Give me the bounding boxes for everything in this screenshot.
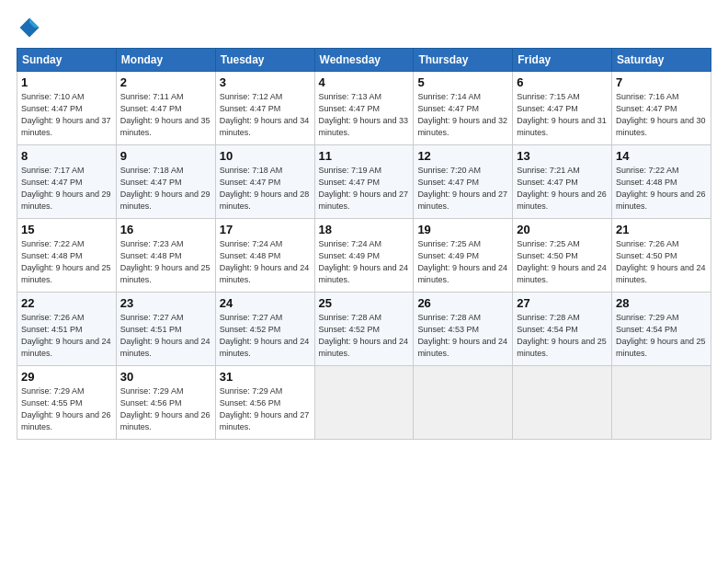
calendar-cell: 16 Sunrise: 7:23 AMSunset: 4:48 PMDaylig… xyxy=(116,219,215,293)
day-number: 22 xyxy=(21,296,112,310)
day-number: 14 xyxy=(616,149,707,163)
calendar-body: 1 Sunrise: 7:10 AMSunset: 4:47 PMDayligh… xyxy=(17,72,711,440)
calendar-week-2: 8 Sunrise: 7:17 AMSunset: 4:47 PMDayligh… xyxy=(17,145,711,219)
day-info: Sunrise: 7:18 AMSunset: 4:47 PMDaylight:… xyxy=(120,166,210,211)
calendar-cell: 20 Sunrise: 7:25 AMSunset: 4:50 PMDaylig… xyxy=(513,219,612,293)
day-info: Sunrise: 7:28 AMSunset: 4:52 PMDaylight:… xyxy=(319,313,409,358)
day-info: Sunrise: 7:29 AMSunset: 4:54 PMDaylight:… xyxy=(616,313,706,358)
day-info: Sunrise: 7:26 AMSunset: 4:50 PMDaylight:… xyxy=(616,239,706,284)
weekday-header-wednesday: Wednesday xyxy=(314,49,414,72)
day-number: 1 xyxy=(21,75,112,89)
weekday-header-row: SundayMondayTuesdayWednesdayThursdayFrid… xyxy=(17,49,711,72)
day-number: 24 xyxy=(220,296,311,310)
calendar-cell: 24 Sunrise: 7:27 AMSunset: 4:52 PMDaylig… xyxy=(215,293,314,366)
calendar-week-3: 15 Sunrise: 7:22 AMSunset: 4:48 PMDaylig… xyxy=(17,219,711,293)
calendar-cell xyxy=(314,366,414,440)
calendar-cell: 27 Sunrise: 7:28 AMSunset: 4:54 PMDaylig… xyxy=(513,293,612,366)
calendar-cell: 1 Sunrise: 7:10 AMSunset: 4:47 PMDayligh… xyxy=(17,72,117,145)
day-number: 28 xyxy=(616,296,707,310)
day-info: Sunrise: 7:29 AMSunset: 4:56 PMDaylight:… xyxy=(120,386,210,431)
calendar-cell: 8 Sunrise: 7:17 AMSunset: 4:47 PMDayligh… xyxy=(17,145,117,219)
day-number: 21 xyxy=(616,223,707,236)
calendar-cell: 17 Sunrise: 7:24 AMSunset: 4:48 PMDaylig… xyxy=(215,219,314,293)
day-number: 29 xyxy=(21,370,112,384)
calendar-cell xyxy=(513,366,612,440)
day-info: Sunrise: 7:24 AMSunset: 4:49 PMDaylight:… xyxy=(319,239,409,284)
calendar-cell: 6 Sunrise: 7:15 AMSunset: 4:47 PMDayligh… xyxy=(513,72,612,145)
calendar-table: SundayMondayTuesdayWednesdayThursdayFrid… xyxy=(17,48,711,440)
day-number: 4 xyxy=(319,75,410,89)
day-number: 9 xyxy=(120,149,211,163)
calendar-cell: 13 Sunrise: 7:21 AMSunset: 4:47 PMDaylig… xyxy=(513,145,612,219)
calendar-cell xyxy=(414,366,513,440)
day-number: 25 xyxy=(319,296,410,310)
calendar-cell: 30 Sunrise: 7:29 AMSunset: 4:56 PMDaylig… xyxy=(116,366,215,440)
calendar-cell: 2 Sunrise: 7:11 AMSunset: 4:47 PMDayligh… xyxy=(116,72,215,145)
calendar-cell: 28 Sunrise: 7:29 AMSunset: 4:54 PMDaylig… xyxy=(612,293,711,366)
day-number: 6 xyxy=(517,75,608,89)
calendar-page: SundayMondayTuesdayWednesdayThursdayFrid… xyxy=(0,0,728,563)
day-number: 3 xyxy=(220,75,311,89)
day-info: Sunrise: 7:26 AMSunset: 4:51 PMDaylight:… xyxy=(21,313,111,358)
weekday-header-tuesday: Tuesday xyxy=(215,49,314,72)
calendar-cell: 10 Sunrise: 7:18 AMSunset: 4:47 PMDaylig… xyxy=(215,145,314,219)
calendar-cell: 23 Sunrise: 7:27 AMSunset: 4:51 PMDaylig… xyxy=(116,293,215,366)
day-info: Sunrise: 7:27 AMSunset: 4:52 PMDaylight:… xyxy=(220,313,310,358)
day-info: Sunrise: 7:16 AMSunset: 4:47 PMDaylight:… xyxy=(616,92,706,137)
day-info: Sunrise: 7:12 AMSunset: 4:47 PMDaylight:… xyxy=(220,92,310,137)
day-number: 17 xyxy=(220,223,311,236)
calendar-cell: 22 Sunrise: 7:26 AMSunset: 4:51 PMDaylig… xyxy=(17,293,117,366)
calendar-week-5: 29 Sunrise: 7:29 AMSunset: 4:55 PMDaylig… xyxy=(17,366,711,440)
calendar-cell: 12 Sunrise: 7:20 AMSunset: 4:47 PMDaylig… xyxy=(414,145,513,219)
calendar-week-4: 22 Sunrise: 7:26 AMSunset: 4:51 PMDaylig… xyxy=(17,293,711,366)
calendar-cell: 26 Sunrise: 7:28 AMSunset: 4:53 PMDaylig… xyxy=(414,293,513,366)
calendar-cell: 9 Sunrise: 7:18 AMSunset: 4:47 PMDayligh… xyxy=(116,145,215,219)
calendar-cell: 31 Sunrise: 7:29 AMSunset: 4:56 PMDaylig… xyxy=(215,366,314,440)
day-info: Sunrise: 7:22 AMSunset: 4:48 PMDaylight:… xyxy=(21,239,111,284)
calendar-cell: 7 Sunrise: 7:16 AMSunset: 4:47 PMDayligh… xyxy=(612,72,711,145)
calendar-header: SundayMondayTuesdayWednesdayThursdayFrid… xyxy=(17,49,711,72)
day-info: Sunrise: 7:27 AMSunset: 4:51 PMDaylight:… xyxy=(120,313,210,358)
calendar-cell: 11 Sunrise: 7:19 AMSunset: 4:47 PMDaylig… xyxy=(314,145,414,219)
calendar-cell xyxy=(612,366,711,440)
calendar-cell: 25 Sunrise: 7:28 AMSunset: 4:52 PMDaylig… xyxy=(314,293,414,366)
day-number: 31 xyxy=(220,370,311,384)
calendar-week-1: 1 Sunrise: 7:10 AMSunset: 4:47 PMDayligh… xyxy=(17,72,711,145)
day-info: Sunrise: 7:20 AMSunset: 4:47 PMDaylight:… xyxy=(417,166,507,211)
calendar-cell: 19 Sunrise: 7:25 AMSunset: 4:49 PMDaylig… xyxy=(414,219,513,293)
calendar-cell: 29 Sunrise: 7:29 AMSunset: 4:55 PMDaylig… xyxy=(17,366,117,440)
day-info: Sunrise: 7:23 AMSunset: 4:48 PMDaylight:… xyxy=(120,239,210,284)
calendar-cell: 14 Sunrise: 7:22 AMSunset: 4:48 PMDaylig… xyxy=(612,145,711,219)
calendar-cell: 15 Sunrise: 7:22 AMSunset: 4:48 PMDaylig… xyxy=(17,219,117,293)
day-number: 5 xyxy=(417,75,508,89)
day-number: 12 xyxy=(417,149,508,163)
day-info: Sunrise: 7:21 AMSunset: 4:47 PMDaylight:… xyxy=(517,166,607,211)
weekday-header-friday: Friday xyxy=(513,49,612,72)
day-info: Sunrise: 7:24 AMSunset: 4:48 PMDaylight:… xyxy=(220,239,310,284)
day-number: 7 xyxy=(616,75,707,89)
day-info: Sunrise: 7:22 AMSunset: 4:48 PMDaylight:… xyxy=(616,166,706,211)
header xyxy=(17,15,711,40)
day-number: 16 xyxy=(120,223,211,236)
day-number: 23 xyxy=(120,296,211,310)
day-info: Sunrise: 7:29 AMSunset: 4:55 PMDaylight:… xyxy=(21,386,111,431)
day-number: 20 xyxy=(517,223,608,236)
weekday-header-monday: Monday xyxy=(116,49,215,72)
day-number: 18 xyxy=(319,223,410,236)
calendar-cell: 5 Sunrise: 7:14 AMSunset: 4:47 PMDayligh… xyxy=(414,72,513,145)
logo-icon xyxy=(17,15,42,40)
day-info: Sunrise: 7:25 AMSunset: 4:50 PMDaylight:… xyxy=(517,239,607,284)
day-number: 30 xyxy=(120,370,211,384)
day-number: 11 xyxy=(319,149,410,163)
day-info: Sunrise: 7:14 AMSunset: 4:47 PMDaylight:… xyxy=(417,92,507,137)
weekday-header-thursday: Thursday xyxy=(414,49,513,72)
day-number: 15 xyxy=(21,223,112,236)
day-number: 19 xyxy=(417,223,508,236)
weekday-header-saturday: Saturday xyxy=(612,49,711,72)
day-number: 2 xyxy=(120,75,211,89)
calendar-cell: 18 Sunrise: 7:24 AMSunset: 4:49 PMDaylig… xyxy=(314,219,414,293)
day-number: 26 xyxy=(417,296,508,310)
day-info: Sunrise: 7:25 AMSunset: 4:49 PMDaylight:… xyxy=(417,239,507,284)
day-info: Sunrise: 7:15 AMSunset: 4:47 PMDaylight:… xyxy=(517,92,607,137)
day-number: 10 xyxy=(220,149,311,163)
